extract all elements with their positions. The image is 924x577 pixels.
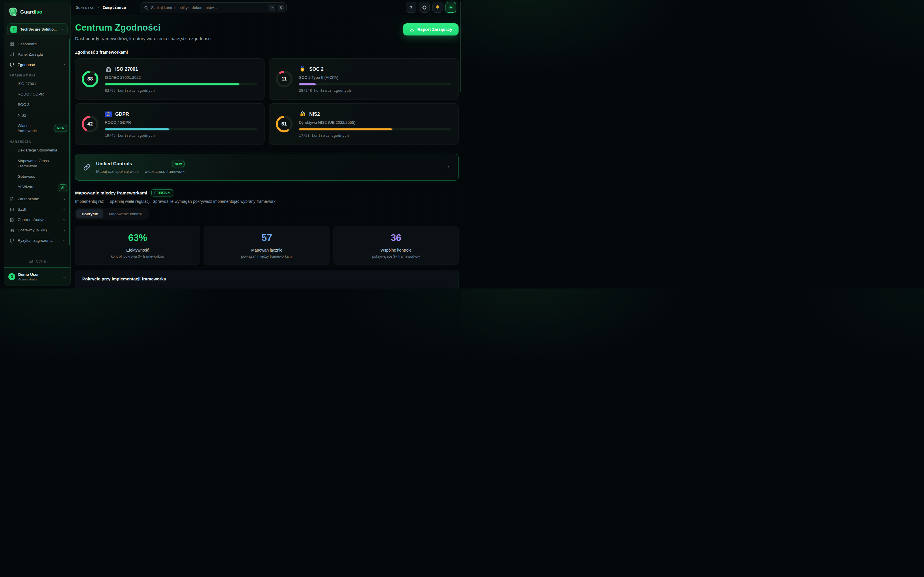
framework-name: NIS2: [309, 111, 320, 117]
panel-collapse-icon: [28, 259, 33, 264]
premium-badge: PREMIUM: [151, 189, 173, 197]
sidebar-item-ryzyka-i-zagrozenia[interactable]: Ryzyka i zagrożenia: [4, 235, 71, 246]
sidebar-item-rodo-gdpr[interactable]: RODO / GDPR: [4, 89, 71, 100]
framework-card-nis2[interactable]: 61 NIS2 Dyrektywa NIS2 (UE 2022/2555) 17…: [269, 103, 459, 145]
sidebar-item-label: Panel Zarządu: [18, 52, 43, 56]
stat-value: 36: [391, 232, 401, 243]
ai-assistant-button[interactable]: ✦: [446, 2, 456, 13]
coverage-implementation-card: Pokrycie przy implementacji frameworku: [75, 270, 459, 288]
controls-count: 17/28 kontroli zgodnych: [299, 133, 451, 138]
sidebar-item-zarzadzanie[interactable]: Zarządzanie: [4, 194, 71, 204]
sidebar-item-label: Dashboard: [18, 42, 37, 46]
chevron-down-icon: [62, 208, 66, 211]
framework-card-body: ISO 27001 ISO/IEC 27001:2022 82/93 kontr…: [105, 66, 257, 93]
unified-controls-title: Unified Controls: [96, 161, 132, 166]
framework-card-gdpr[interactable]: 42 GDPR RODO / GDPR 19/45 kontroli zgodn…: [75, 103, 265, 145]
sidebar-item-deklaracja-stosowania[interactable]: Deklaracja Stosowania: [4, 145, 71, 155]
user-name: Demo User: [18, 272, 39, 277]
sidebar-item-label: Zgodność: [18, 63, 35, 67]
score-ring: 11: [276, 71, 292, 87]
notifications-button[interactable]: [432, 2, 443, 13]
sidebar-item-iso27001[interactable]: ISO 27001: [4, 79, 71, 89]
progress-bar: [105, 83, 257, 85]
unified-controls-banner[interactable]: Unified Controls NEW Mapuj raz, spełniaj…: [75, 154, 459, 181]
sidebar-item-mapowanie-cross-framework[interactable]: Mapowanie Cross-Framework: [4, 156, 71, 171]
sidebar-item-label: Ryzyka i zagrożenia: [18, 238, 53, 243]
sidebar-item-wlasne-frameworki[interactable]: Wlasne frameworki NEW: [4, 121, 71, 136]
topbar: Guardiso · Compliance ⌘ K ? ✦: [71, 0, 462, 15]
framework-name: ISO 27001: [115, 66, 138, 72]
bell-icon: [435, 5, 440, 10]
framework-card-soc2[interactable]: 11 SOC 2 SOC 2 Type II (AICPA) 28/248 ko…: [269, 58, 459, 100]
sidebar-item-label: Deklaracja Stosowania: [18, 148, 57, 153]
tab-mapowanie-kontroli[interactable]: Mapowanie kontroli: [103, 210, 148, 218]
breadcrumb-app[interactable]: Guardiso: [76, 5, 94, 10]
sidebar-item-soc2[interactable]: SOC 2: [4, 100, 71, 110]
shield-icon: [9, 238, 15, 243]
sidebar-item-label: NIS2: [18, 113, 26, 118]
brand-shield-icon: [9, 7, 17, 17]
avatar: D: [8, 273, 15, 280]
stat-card-efektywnosc: 63% Efektywność kontroli pokrywa 3+ fram…: [75, 226, 200, 265]
theme-toggle-button[interactable]: [419, 2, 430, 13]
building-icon: [9, 227, 15, 233]
sidebar-item-label: Dostawcy (VRM): [18, 228, 47, 232]
user-role: Administrator: [18, 277, 39, 281]
sidebar-item-centrum-audytu[interactable]: Centrum Audytu: [4, 214, 71, 225]
sidebar-item-dostawcy-vrm[interactable]: Dostawcy (VRM): [4, 225, 71, 235]
score-value: 42: [82, 116, 99, 132]
topbar-actions: ? ✦: [406, 2, 456, 13]
sidebar-item-zgodnosc[interactable]: Zgodność: [4, 60, 71, 70]
org-selector[interactable]: T TechSecure Solutio...: [7, 23, 68, 35]
breadcrumb: Guardiso · Compliance: [76, 5, 126, 10]
score-ring: 42: [82, 116, 99, 132]
user-info: Demo User Administrator: [18, 272, 39, 281]
progress-bar: [299, 128, 451, 131]
framework-subtitle: ISO/IEC 27001:2022: [105, 75, 257, 80]
framework-subtitle: SOC 2 Type II (AICPA): [299, 75, 451, 80]
sidebar-item-ai-wizard[interactable]: AI Wizard AI: [4, 182, 71, 194]
new-badge: NEW: [172, 161, 184, 167]
kbd-cmd: ⌘: [269, 5, 275, 11]
lock-key-icon: [299, 111, 306, 118]
score-value: 61: [276, 116, 292, 132]
arrow-right-icon: →: [62, 274, 66, 279]
sidebar-item-panel-zarzadu[interactable]: Panel Zarządu: [4, 49, 71, 60]
chevron-down-icon: [60, 27, 65, 31]
search-icon: [144, 5, 149, 10]
search-input[interactable]: [151, 5, 267, 10]
sidebar-item-label: Wlasne frameworki: [18, 123, 42, 134]
chevron-up-icon: [62, 63, 66, 67]
collapse-sidebar-button[interactable]: Ctrl+B: [4, 256, 71, 268]
coverage-stats: 63% Efektywność kontroli pokrywa 3+ fram…: [75, 226, 459, 265]
sidebar-item-szbi[interactable]: SZBI: [4, 204, 71, 214]
mapping-section-header: Mapowanie między frameworkami PREMIUM: [75, 189, 459, 197]
sidebar-section-narzedzia: NARZĘDZIA: [4, 136, 71, 145]
stat-card-mapowania: 57 Mapowań łącznie powiązań między frame…: [204, 226, 329, 265]
framework-card-iso27001[interactable]: 88 ISO 27001 ISO/IEC 27001:2022 82/93 ko…: [75, 58, 265, 100]
bank-icon: [105, 66, 112, 73]
sidebar-scrollbar[interactable]: [69, 39, 70, 245]
sidebar-item-label: Gotowość: [18, 174, 35, 179]
sidebar-item-gotowosc[interactable]: Gotowość: [4, 171, 71, 182]
help-button[interactable]: ?: [406, 2, 417, 13]
stat-card-wspolne-kontrole: 36 Wspólne kontrole pokrywające 3+ frame…: [333, 226, 459, 265]
page-scrollbar[interactable]: [460, 2, 461, 92]
sidebar-nav: Dashboard Panel Zarządu Zgodność FRAMEWO…: [4, 39, 71, 255]
framework-card-body: GDPR RODO / GDPR 19/45 kontroli zgodnych: [105, 111, 257, 138]
medal-icon: [299, 66, 306, 73]
user-menu[interactable]: D Demo User Administrator →: [4, 268, 71, 285]
page-title: Centrum Zgodności: [75, 23, 213, 33]
sidebar-item-dashboard[interactable]: Dashboard: [4, 39, 71, 49]
report-button[interactable]: Raport Zarządczy: [403, 23, 459, 35]
org-avatar: T: [10, 26, 17, 33]
global-search[interactable]: ⌘ K: [140, 2, 287, 13]
tab-pokrycie[interactable]: Pokrycie: [76, 210, 103, 218]
unified-controls-text: Unified Controls NEW Mapuj raz, spełniaj…: [96, 161, 184, 174]
sidebar-item-nis2[interactable]: NIS2: [4, 110, 71, 121]
new-badge: NEW: [55, 125, 67, 132]
score-ring: 88: [82, 71, 99, 87]
unified-controls-description: Mapuj raz, spełniaj wiele — widok cross-…: [96, 169, 184, 174]
page-content: Centrum Zgodności Dashboardy frameworków…: [71, 15, 462, 288]
score-ring: 61: [276, 116, 292, 132]
